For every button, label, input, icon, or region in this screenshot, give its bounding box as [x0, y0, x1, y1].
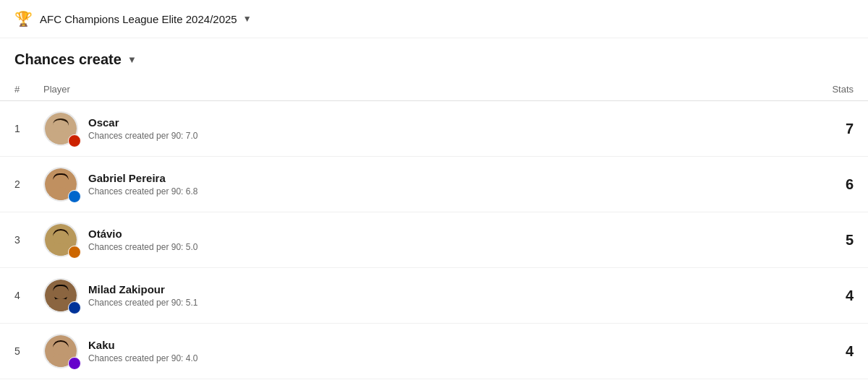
- stat-value: 4: [810, 343, 854, 360]
- player-stat-detail: Chances created per 90: 6.8: [88, 186, 810, 197]
- player-info: Gabriel Pereira Chances created per 90: …: [88, 172, 810, 197]
- section-title: Chances create: [14, 51, 122, 68]
- col-player-header: Player: [43, 84, 810, 95]
- table-row[interactable]: 2 Gabriel Pereira Chances created per 90…: [0, 157, 868, 212]
- stat-value: 5: [810, 232, 854, 249]
- player-name: Gabriel Pereira: [88, 172, 810, 184]
- club-badge: [68, 246, 81, 259]
- player-info: Kaku Chances created per 90: 4.0: [88, 339, 810, 363]
- col-rank-header: #: [14, 84, 43, 95]
- stat-value: 6: [810, 176, 854, 193]
- player-stat-detail: Chances created per 90: 4.0: [88, 353, 810, 363]
- player-name: Otávio: [88, 228, 810, 240]
- avatar: [43, 223, 78, 257]
- player-rank: 4: [14, 290, 43, 301]
- player-list: 1 Oscar Chances created per 90: 7.0 7 2: [0, 101, 868, 379]
- club-badge: [68, 301, 81, 314]
- table-row[interactable]: 5 Kaku Chances created per 90: 4.0 4: [0, 324, 868, 379]
- player-stat-detail: Chances created per 90: 5.1: [88, 298, 810, 308]
- table-header: # Player Stats: [0, 78, 868, 101]
- player-name: Milad Zakipour: [88, 283, 810, 295]
- col-stats-header: Stats: [810, 84, 854, 95]
- avatar: [43, 278, 78, 313]
- avatar: [43, 334, 78, 368]
- player-rank: 2: [14, 178, 43, 190]
- player-stat-detail: Chances created per 90: 5.0: [88, 242, 810, 252]
- competition-header: 🏆 AFC Champions League Elite 2024/2025 ▼: [0, 0, 868, 38]
- table-row[interactable]: 4 Milad Zakipour Chances created per 90:…: [0, 268, 868, 324]
- player-rank: 5: [14, 345, 43, 357]
- stat-value: 7: [810, 121, 854, 137]
- trophy-icon: 🏆: [14, 10, 33, 27]
- club-badge: [68, 190, 81, 203]
- avatar: [43, 111, 78, 146]
- player-name: Oscar: [88, 116, 810, 129]
- competition-dropdown-arrow[interactable]: ▼: [243, 14, 252, 24]
- section-header: Chances create ▼: [0, 38, 868, 78]
- club-badge: [68, 357, 81, 370]
- player-name: Kaku: [88, 339, 810, 351]
- player-rank: 1: [14, 123, 43, 134]
- player-stat-detail: Chances created per 90: 7.0: [88, 131, 810, 141]
- table-row[interactable]: 1 Oscar Chances created per 90: 7.0 7: [0, 101, 868, 157]
- player-info: Oscar Chances created per 90: 7.0: [88, 116, 810, 141]
- stat-value: 4: [810, 288, 854, 304]
- club-badge: [68, 134, 81, 147]
- avatar: [43, 167, 78, 202]
- section-dropdown-arrow[interactable]: ▼: [127, 54, 137, 65]
- competition-title: AFC Champions League Elite 2024/2025: [40, 13, 237, 25]
- table-row[interactable]: 3 Otávio Chances created per 90: 5.0 5: [0, 212, 868, 268]
- player-info: Milad Zakipour Chances created per 90: 5…: [88, 283, 810, 308]
- player-info: Otávio Chances created per 90: 5.0: [88, 228, 810, 252]
- player-rank: 3: [14, 234, 43, 246]
